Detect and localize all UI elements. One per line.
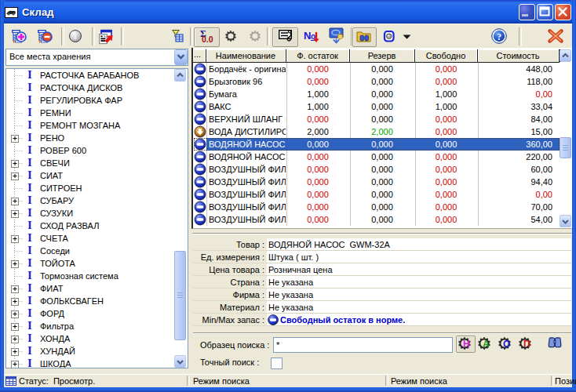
svg-text:Соседи: Соседи — [40, 246, 70, 256]
svg-text:N: N — [304, 30, 311, 42]
svg-text:I: I — [27, 269, 32, 281]
svg-text:О: О — [503, 339, 510, 350]
svg-text:РАСТОЧКА БАРАБАНОВ: РАСТОЧКА БАРАБАНОВ — [40, 71, 139, 80]
svg-text:РЕГУЛИРОВКА ФАР: РЕГУЛИРОВКА ФАР — [40, 96, 122, 105]
svg-text:I: I — [27, 206, 32, 219]
svg-text:?: ? — [497, 32, 501, 42]
svg-text:Н: Н — [463, 339, 470, 350]
svg-text:I: I — [27, 93, 32, 106]
svg-text:Фильтра: Фильтра — [40, 321, 75, 331]
svg-text:I: I — [27, 319, 32, 332]
svg-text:СХОД РАЗВАЛ: СХОД РАЗВАЛ — [40, 221, 99, 230]
svg-text:РАСТОЧКА ДИСКОВ: РАСТОЧКА ДИСКОВ — [40, 83, 122, 93]
svg-text:I: I — [27, 143, 32, 156]
svg-text:I: I — [27, 332, 32, 344]
svg-text:ФОЛЬКСВАГЕН: ФОЛЬКСВАГЕН — [40, 296, 104, 306]
svg-text:I: I — [27, 194, 32, 206]
svg-text:I: I — [27, 219, 32, 231]
svg-text:РЕМНИ: РЕМНИ — [40, 108, 71, 118]
svg-text:ШКОДА: ШКОДА — [40, 359, 71, 368]
svg-text:I: I — [27, 357, 32, 368]
svg-text:А: А — [483, 339, 490, 350]
svg-text:I: I — [27, 307, 32, 319]
svg-text:Тормозная система: Тормозная система — [40, 271, 119, 281]
svg-text:I: I — [27, 256, 32, 269]
svg-text:I: I — [27, 281, 32, 294]
svg-text:СИАТ: СИАТ — [40, 171, 63, 180]
svg-text:I: I — [27, 344, 32, 357]
svg-text:РЕМОНТ МОЗГАНА: РЕМОНТ МОЗГАНА — [40, 121, 121, 130]
svg-text:СУБАРУ: СУБАРУ — [40, 196, 75, 205]
svg-text:ХОНДА: ХОНДА — [40, 334, 71, 343]
svg-text:СИТРОЕН: СИТРОЕН — [40, 183, 82, 193]
svg-text:СУЗУКИ: СУЗУКИ — [40, 209, 73, 218]
svg-text:I: I — [27, 118, 32, 131]
svg-text:I: I — [27, 156, 32, 169]
svg-text:I: I — [27, 294, 32, 307]
svg-text:ФИАТ: ФИАТ — [40, 284, 64, 293]
svg-text:I: I — [27, 131, 32, 143]
svg-text:0.0: 0.0 — [202, 34, 213, 44]
svg-text:ТОЙОТА: ТОЙОТА — [40, 259, 76, 268]
svg-text:СЧЕТА: СЧЕТА — [40, 234, 69, 243]
svg-text:ХУНДАЙ: ХУНДАЙ — [40, 347, 75, 356]
svg-text:ФОРД: ФОРД — [40, 309, 65, 318]
svg-text:I: I — [27, 181, 32, 194]
svg-text:I: I — [27, 69, 32, 81]
svg-text:I: I — [27, 231, 32, 244]
svg-text:РЕНО: РЕНО — [40, 133, 65, 143]
svg-text:i: i — [75, 32, 77, 41]
svg-text:РОВЕР 600: РОВЕР 600 — [40, 146, 86, 155]
svg-text:I: I — [27, 169, 32, 181]
svg-text:П: П — [523, 339, 530, 350]
svg-text:I: I — [27, 106, 32, 118]
svg-text:I: I — [27, 81, 32, 93]
svg-text:СВЕЧИ: СВЕЧИ — [40, 158, 70, 168]
svg-text:I: I — [27, 244, 32, 256]
